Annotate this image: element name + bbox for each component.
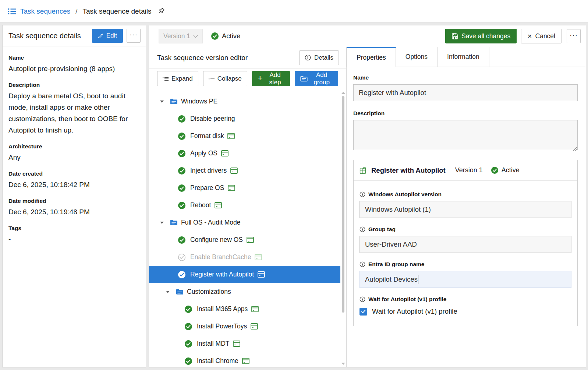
tree-step-row[interactable]: Enable BranchCache [149, 249, 340, 266]
step-section-status: Active [491, 166, 520, 174]
package-box-icon [258, 271, 265, 278]
breadcrumb-root-link[interactable]: Task sequences [20, 7, 70, 15]
active-check-icon [491, 166, 499, 174]
version-status-label: Active [222, 32, 240, 40]
section-field-input[interactable]: Autopilot Devices [359, 271, 571, 288]
chevron-down-icon[interactable] [160, 101, 164, 103]
tab-information[interactable]: Information [438, 47, 489, 67]
close-icon: × [527, 32, 532, 40]
left-field-value: Any [8, 152, 140, 163]
step-check-icon [184, 357, 192, 365]
tree-step-row[interactable]: Register with Autopilot [149, 266, 340, 283]
step-check-icon [184, 323, 192, 331]
step-name-input[interactable] [353, 84, 578, 101]
resize-grip-icon[interactable] [573, 147, 577, 151]
active-check-icon [211, 32, 219, 40]
tree-item-label: Install PowerToys [197, 323, 247, 330]
step-check-icon [178, 184, 186, 192]
tree-item-label: Inject drivers [190, 167, 227, 175]
info-icon [359, 226, 365, 232]
tree-group-row[interactable]: Full OS - Audit Mode [149, 214, 340, 231]
details-label: Details [314, 54, 333, 61]
cancel-button[interactable]: × Cancel [521, 29, 562, 43]
save-all-changes-button[interactable]: Save all changes [445, 29, 517, 43]
tree-item-label: Windows PE [181, 98, 217, 105]
tab-properties[interactable]: Properties [347, 47, 396, 67]
tree-item-label: Disable peering [190, 115, 235, 123]
step-check-icon [178, 132, 186, 140]
save-all-changes-label: Save all changes [461, 32, 510, 40]
step-check-icon [184, 340, 192, 348]
step-check-icon [184, 305, 192, 313]
left-field-value: Deploy a bare metal OS, boot to audit mo… [8, 90, 140, 136]
sequence-editor-column: Task sequence version editor Details [149, 47, 347, 367]
section-field-input[interactable]: User-Driven AAD [359, 236, 571, 253]
version-editor-panel: Version 1 Active [149, 25, 586, 367]
step-description-textarea[interactable] [353, 120, 578, 150]
section-field-value: Autopilot Devices [365, 275, 418, 283]
collapse-button[interactable]: Collapse [203, 71, 247, 86]
tree-step-row[interactable]: Install MDT [149, 335, 340, 352]
tree-step-row[interactable]: Configure new OS [149, 231, 340, 249]
details-button[interactable]: Details [299, 50, 339, 65]
tree-item-label: Install M365 Apps [197, 305, 248, 313]
version-dropdown[interactable]: Version 1 [159, 29, 203, 43]
package-box-icon [255, 254, 262, 260]
tree-step-row[interactable]: Disable peering [149, 110, 340, 127]
scrollbar-up-arrow-icon[interactable] [341, 92, 345, 94]
tab-options[interactable]: Options [396, 47, 438, 67]
tree-item-label: Prepare OS [190, 184, 224, 192]
tree-step-row[interactable]: Inject drivers [149, 162, 340, 179]
tree-group-row[interactable]: Windows PE [149, 93, 340, 110]
tree-step-row[interactable]: Install M365 Apps [149, 300, 340, 318]
section-field-label: Entra ID group name [359, 261, 571, 268]
edit-button[interactable]: Edit [92, 29, 123, 43]
tree-item-label: Install Chrome [197, 357, 238, 365]
tree-step-row[interactable]: Install Chrome [149, 352, 340, 367]
tree-scrollbar[interactable] [341, 90, 346, 366]
section-field-label-text: Windows Autopilot version [368, 191, 442, 198]
add-group-button[interactable]: Add group [295, 71, 338, 86]
package-box-icon [227, 133, 235, 139]
scrollbar-down-arrow-icon[interactable] [341, 363, 345, 365]
chevron-down-icon[interactable] [166, 291, 170, 293]
wait-profile-checkbox[interactable] [359, 308, 367, 316]
pin-icon[interactable] [157, 7, 166, 16]
tree-item-label: Format disk [190, 132, 224, 140]
left-field-label: Date modified [8, 198, 140, 204]
tree-step-row[interactable]: Format disk [149, 127, 340, 145]
left-panel-more-button[interactable]: ··· [127, 29, 141, 43]
tree-step-row[interactable]: Reboot [149, 197, 340, 214]
step-check-icon [178, 236, 186, 244]
chevron-down-icon[interactable] [160, 222, 164, 224]
section-field-input[interactable]: Windows Autopilot (1) [359, 201, 571, 218]
expand-label: Expand [171, 75, 193, 82]
description-field-label: Description [353, 110, 578, 117]
scrollbar-thumb[interactable] [342, 96, 344, 313]
expand-icon [163, 76, 169, 81]
task-list-icon [8, 8, 17, 15]
info-icon [305, 54, 311, 61]
collapse-label: Collapse [217, 75, 242, 82]
folder-icon [300, 76, 308, 82]
step-check-icon [178, 115, 186, 123]
package-box-icon [228, 185, 235, 191]
wait-profile-checkbox-label: Wait for Autopilot (v1) profile [372, 307, 457, 316]
info-icon [359, 261, 365, 267]
package-box-icon [215, 202, 222, 208]
step-settings-section: Register with Autopilot Version 1 Active… [353, 160, 578, 326]
package-box-icon [230, 168, 238, 174]
editor-more-button[interactable]: ··· [567, 29, 581, 43]
properties-column: PropertiesOptionsInformation Name Descri… [347, 47, 586, 367]
task-sequence-details-panel: Task sequence details Edit ··· NameAutop… [2, 25, 146, 367]
tree-step-row[interactable]: Install PowerToys [149, 318, 340, 335]
left-field-label: Architecture [8, 143, 140, 150]
left-field-value: Dec 6, 2025, 10:18:42 PM [8, 179, 140, 190]
tree-group-row[interactable]: Customizations [149, 283, 340, 300]
chevron-down-icon [193, 35, 198, 38]
tree-step-row[interactable]: Prepare OS [149, 179, 340, 197]
expand-button[interactable]: Expand [157, 71, 198, 86]
add-step-button[interactable]: + Add step [252, 71, 290, 86]
tree-step-row[interactable]: Apply OS [149, 145, 340, 162]
left-panel-title: Task sequence details [8, 32, 81, 40]
